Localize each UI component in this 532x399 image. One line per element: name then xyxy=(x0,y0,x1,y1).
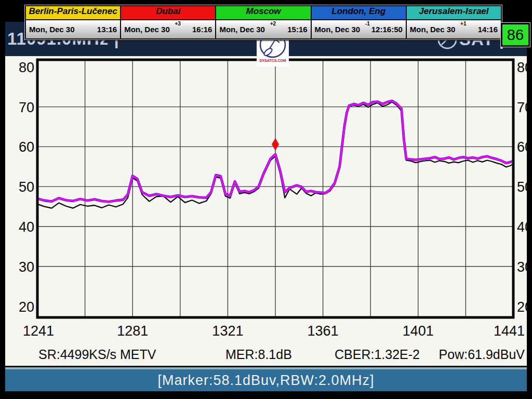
clock-panel-jerusalem: Jerusalem-Israel Mon, Dec 30 +1 14:16 xyxy=(406,6,501,38)
power-value: Pow:61.9dBuV xyxy=(439,347,525,362)
clock-time-row: Mon, Dec 30 -1 12:16:50 xyxy=(312,20,406,38)
logo-text: DXSATCS.COM xyxy=(259,59,286,62)
clock-panel-moscow: Moscow Mon, Dec 30 +2 15:16 xyxy=(215,6,310,38)
spectrum-panel: 2020303040405050606070708080124112811321… xyxy=(5,56,527,366)
x-axis-tick: 1441 xyxy=(494,323,525,339)
y-axis-tick-right: 80 xyxy=(517,60,527,75)
x-axis-tick: 1321 xyxy=(212,323,243,339)
y-axis-tick-left: 40 xyxy=(19,219,34,235)
clock-panel-berlin: Berlin-Paris-Lučenec Mon, Dec 30 13:16 xyxy=(26,6,120,38)
clock-date: Mon, Dec 30 xyxy=(124,25,170,34)
mer-value: MER:8.1dB xyxy=(225,347,292,362)
y-axis-tick-right: 70 xyxy=(517,100,527,115)
clock-time: 12:16:50 xyxy=(371,25,403,34)
world-clock-widget: Berlin-Paris-Lučenec Mon, Dec 30 13:16 D… xyxy=(25,5,502,39)
status-row: SR:4499KS/s METV MER:8.1dB CBER:1.32E-2 … xyxy=(5,347,527,364)
marker-diamond xyxy=(272,138,279,151)
clock-time: 15:16 xyxy=(287,25,307,34)
x-axis-tick: 1401 xyxy=(403,323,434,339)
clock-time-row: Mon, Dec 30 +3 16:16 xyxy=(121,20,215,38)
clock-time: 13:16 xyxy=(97,25,117,34)
x-axis-tick: 1281 xyxy=(117,323,148,339)
clock-city-name: Berlin-Paris-Lučenec xyxy=(26,6,120,20)
clock-city-name: Dubai xyxy=(121,6,215,20)
spectrum-chart: 2020303040405050606070708080124112811321… xyxy=(5,56,527,366)
service-name: METV xyxy=(120,347,156,362)
clock-date: Mon, Dec 30 xyxy=(219,25,265,34)
y-axis-tick-left: 30 xyxy=(19,259,34,275)
marker-info-text: [Marker:58.1dBuv,RBW:2.0MHz] xyxy=(157,373,374,389)
clock-time: 14:16 xyxy=(478,25,498,34)
clock-date: Mon, Dec 30 xyxy=(29,25,75,34)
clock-panel-dubai: Dubai Mon, Dec 30 +3 16:16 xyxy=(120,6,215,38)
y-axis-tick-right: 60 xyxy=(517,139,527,155)
clock-utc-offset: +3 xyxy=(175,21,180,26)
clock-city-name: Jerusalem-Israel xyxy=(407,6,501,20)
clock-utc-offset: +2 xyxy=(270,21,276,26)
y-axis-tick-right: 40 xyxy=(517,219,527,235)
x-axis-tick: 1361 xyxy=(308,323,339,339)
signal-quality-badge: 86 xyxy=(501,23,530,47)
marker-info-bar: [Marker:58.1dBuv,RBW:2.0MHz] xyxy=(5,367,527,391)
clock-date: Mon, Dec 30 xyxy=(315,25,361,34)
clock-city-name: London, Eng xyxy=(312,6,406,20)
x-axis-tick: 1241 xyxy=(23,323,54,339)
y-axis-tick-left: 60 xyxy=(19,139,34,155)
clock-time-row: Mon, Dec 30 13:16 xyxy=(26,20,120,38)
cber-value: CBER:1.32E-2 xyxy=(335,347,420,362)
clock-utc-offset: +1 xyxy=(460,21,466,26)
clock-utc-offset: -1 xyxy=(365,21,370,26)
clock-date: Mon, Dec 30 xyxy=(410,25,456,34)
y-axis-tick-right: 50 xyxy=(517,179,527,195)
clock-time: 16:16 xyxy=(192,25,212,34)
clock-city-name: Moscow xyxy=(216,6,310,20)
y-axis-tick-right: 30 xyxy=(517,259,527,275)
y-axis-tick-left: 70 xyxy=(19,100,34,115)
clock-time-row: Mon, Dec 30 +2 15:16 xyxy=(216,20,310,38)
y-axis-tick-left: 80 xyxy=(19,60,34,75)
y-axis-tick-left: 20 xyxy=(19,299,34,315)
clock-time-row: Mon, Dec 30 +1 14:16 xyxy=(407,20,501,38)
symbol-rate-value: SR:4499KS/s xyxy=(38,347,116,362)
y-axis-tick-right: 20 xyxy=(517,299,527,315)
y-axis-tick-left: 50 xyxy=(19,179,34,195)
clock-panel-london: London, Eng Mon, Dec 30 -1 12:16:50 xyxy=(311,6,406,38)
